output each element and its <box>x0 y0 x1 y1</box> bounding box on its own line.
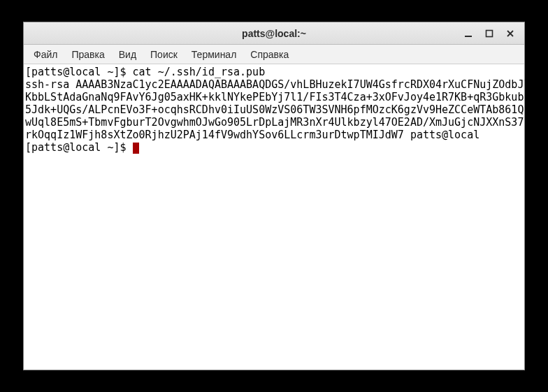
terminal-area[interactable]: [patts@local ~]$ cat ~/.ssh/id_rsa.pub s… <box>24 64 524 370</box>
window-controls <box>461 22 521 44</box>
prompt: [patts@local ~]$ <box>25 141 133 154</box>
close-button[interactable] <box>503 27 517 41</box>
cursor-icon <box>133 143 139 154</box>
menu-edit[interactable]: Правка <box>64 45 111 64</box>
terminal-line: KbbLStAdaGnaNq9FAvY6Jg05axHK+kklNYkePEbY… <box>25 91 524 103</box>
menubar: Файл Правка Вид Поиск Терминал Справка <box>24 45 524 64</box>
svg-rect-1 <box>486 30 493 36</box>
menu-view[interactable]: Вид <box>112 45 143 64</box>
maximize-button[interactable] <box>482 27 496 41</box>
terminal-line: wUql8E5mS+TbmvFgburT2OvgwhmOJwGo905LrDpL… <box>25 116 524 129</box>
terminal-line: ssh-rsa AAAAB3NzaC1yc2EAAAADAQABAAABAQDG… <box>25 78 524 91</box>
titlebar[interactable]: patts@local:~ <box>24 22 524 45</box>
terminal-line: [patts@local ~]$ <box>25 141 139 154</box>
svg-rect-0 <box>465 36 472 37</box>
window-title: patts@local:~ <box>24 28 524 39</box>
command-text: cat ~/.ssh/id_rsa.pub <box>133 66 266 78</box>
prompt: [patts@local ~]$ <box>25 66 133 78</box>
menu-search[interactable]: Поиск <box>143 45 185 64</box>
menu-terminal[interactable]: Терминал <box>185 45 243 64</box>
menu-help[interactable]: Справка <box>243 45 296 64</box>
menu-file[interactable]: Файл <box>27 45 64 64</box>
terminal-line: 5Jdk+UQGs/ALPcnEVo3F+ocqhsRCDhv0iIuUS0Wz… <box>25 103 524 116</box>
minimize-button[interactable] <box>461 27 475 41</box>
terminal-line: [patts@local ~]$ cat ~/.ssh/id_rsa.pub <box>25 66 265 78</box>
terminal-line: rkOqqIz1WFjh8sXtZo0RjhzU2PAj14fV9wdhYSov… <box>25 129 480 141</box>
terminal-window: patts@local:~ Файл Правка Вид Поиск Терм… <box>23 22 525 370</box>
